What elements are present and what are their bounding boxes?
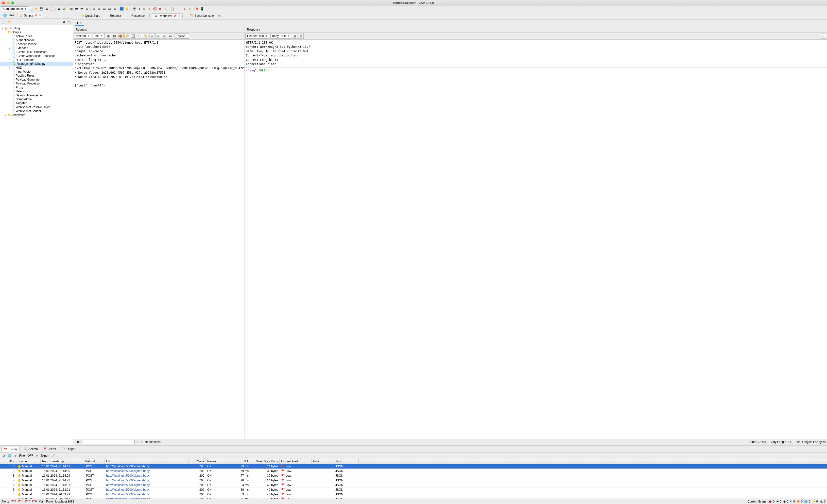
tree-item[interactable]: 📄 WebSocket Sender [0, 109, 73, 113]
add-request-button[interactable]: ＋ [85, 21, 89, 26]
help-button[interactable]: ? [821, 33, 826, 39]
expand-icon[interactable]: ▸ [8, 66, 11, 69]
tree-root[interactable]: ▾ 📜 Scripting [0, 27, 73, 30]
layout-3-icon[interactable]: ▤ [80, 7, 84, 11]
method-dropdown[interactable]: Method▼ [74, 33, 91, 39]
scan-count[interactable]: 🔌 0 [819, 500, 826, 503]
options-icon[interactable]: 🔧 [67, 20, 71, 24]
tree-item[interactable]: 📄 Selenium [0, 89, 73, 93]
break-step-icon[interactable]: ▶ [142, 7, 147, 11]
panel-2-icon[interactable]: ▭ [97, 7, 101, 11]
forced-browse-icon[interactable]: 🔨 [163, 7, 167, 11]
browser-firefox-icon[interactable]: 🦊 [195, 7, 199, 11]
tree-item[interactable]: ▸ 📄 HUD [0, 66, 73, 70]
proxy-status[interactable]: Main Proxy: localhost:8082 [39, 500, 74, 503]
layout-tabs-icon[interactable]: ▭ [85, 7, 89, 11]
close-icon[interactable]: ✕ [80, 21, 82, 24]
table-row[interactable]: 6 ✋ Manual 16.01.2024, 21:13:31 POST htt… [0, 483, 827, 488]
panel-1-icon[interactable]: ▭ [92, 7, 96, 11]
add-tab-button[interactable]: ＋ [217, 13, 221, 18]
tab-requester[interactable]: 🗂 Requester 📌 ✕ [152, 13, 183, 19]
browser-select-icon[interactable]: 📱 [200, 7, 204, 11]
tree-templates[interactable]: ▸ 📁 Templates [0, 113, 73, 117]
request-tab-1[interactable]: 1 ✕ [75, 20, 84, 26]
layout-1-icon[interactable]: ▥ [69, 7, 74, 11]
table-row[interactable]: 4 ✋ Manual 16.01.2024, 20:53:29 POST htt… [0, 492, 827, 497]
layout-side-button[interactable]: ▭ [149, 33, 155, 39]
response-body-dropdown[interactable]: Body: Text▼ [270, 33, 291, 39]
break-bin-icon[interactable]: ✖ [158, 7, 162, 11]
csrf-button[interactable]: 🔄 [131, 33, 136, 39]
response-header-dropdown[interactable]: Header: Text▼ [245, 33, 269, 39]
expand-icon[interactable]: ▸ [4, 114, 7, 116]
find-prev-icon[interactable]: ▲ [136, 440, 139, 444]
break-continue-icon[interactable]: ▶ [148, 7, 152, 11]
titlebar[interactable]: Untitled Session - ZAP 2.14.0 [0, 0, 827, 6]
tree-item[interactable]: 📄 Fuzzer WebSocket Processor [0, 54, 73, 58]
find-next-icon[interactable]: ▼ [140, 440, 143, 444]
tree-item[interactable]: 📄 Input Vector [0, 70, 73, 74]
tab-output[interactable]: 📝Output [60, 447, 78, 452]
tree-item[interactable]: 📄 Targeted [0, 101, 73, 105]
tab-scriptconsole[interactable]: 📜 Script Console [188, 13, 216, 18]
alert-info-count[interactable]: 🚩0 [32, 500, 37, 503]
th-code[interactable]: Code [189, 459, 206, 464]
th-reason[interactable]: Reason [206, 459, 230, 464]
tree-file-selected[interactable]: 🐍 RsaSigningForZap.py [0, 62, 73, 66]
layout-2-icon[interactable]: ▦ [75, 7, 79, 11]
maximize-window-button[interactable] [11, 1, 14, 4]
th-id[interactable]: ID ▾ [0, 459, 16, 464]
tree-item[interactable]: 📄 Encode/Decode [0, 42, 73, 46]
pin-icon[interactable]: 📌 [173, 14, 177, 18]
tree-item[interactable]: 📄 WebSocket Passive Rules [0, 105, 73, 109]
layout-full-button[interactable]: ▭ [168, 33, 173, 39]
alert-low-count[interactable]: 🚩2 [25, 500, 30, 503]
addons-icon[interactable]: 🧩 [62, 7, 66, 11]
panel-5-icon[interactable]: ▭ [113, 7, 117, 11]
record-off-icon[interactable]: ● [183, 7, 187, 11]
panel-3-icon[interactable]: ▭ [102, 7, 107, 11]
collapse-icon[interactable]: ▾ [1, 27, 4, 30]
brush-icon[interactable]: 🧹 [51, 454, 55, 458]
scan-count[interactable]: 🕷 0 [783, 500, 788, 503]
tab-response[interactable]: ← Response [125, 13, 147, 18]
th-note[interactable]: Note [312, 459, 334, 464]
collapse-icon[interactable]: ▾ [4, 31, 7, 34]
tree-item[interactable]: ▾ 📄 HTTP Sender [0, 58, 73, 62]
scripts-tree[interactable]: ▾ 📜 Scripting ▾ 📁 Scripts 📄 Active Rules… [0, 26, 73, 445]
table-row[interactable]: 7 ✋ Manual 16.01.2024, 21:14:23 POST htt… [0, 478, 827, 483]
tab-alerts[interactable]: 🚩Alerts [42, 447, 58, 452]
table-row[interactable]: 3 ✋ Manual 16.01.2024, 20:52:44 POST htt… [0, 497, 827, 499]
th-tags[interactable]: Tags [334, 459, 358, 464]
gear-icon[interactable]: ⚙ [62, 20, 66, 24]
table-header[interactable]: ID ▾ Source Req. Timestamp Method URL Co… [0, 459, 827, 464]
panel-4-icon[interactable]: ▭ [107, 7, 112, 11]
tree-scripts[interactable]: ▾ 📁 Scripts [0, 30, 73, 34]
tree-item[interactable]: 📄 Session Management [0, 93, 73, 97]
th-source[interactable]: Source [16, 459, 41, 464]
terminal-icon[interactable]: ▪ [176, 7, 180, 11]
tab-quickstart[interactable]: ⚡ Quick Start [78, 13, 102, 18]
split-vertical-button[interactable]: ▤ [112, 33, 117, 39]
stop-icon[interactable]: ⊘ [1, 454, 6, 458]
layout-tabs-button[interactable]: ▭ [162, 33, 167, 39]
record-on-icon[interactable]: ● [188, 7, 192, 11]
th-rtt[interactable]: RTT [230, 459, 250, 464]
new-session-icon[interactable]: 📄 [29, 7, 34, 11]
scan-count[interactable]: 👁 0 [776, 500, 781, 503]
export-icon[interactable]: ↱ [35, 454, 39, 458]
tree-item[interactable]: 📄 Fuzzer HTTP Processor [0, 50, 73, 54]
scan-count[interactable]: 🔥 0 [796, 500, 802, 503]
tab-search[interactable]: 🔍Search [22, 447, 40, 452]
lightbulb-icon[interactable]: 💡 [125, 7, 129, 11]
table-row[interactable]: 10 ✋ Manual 16.01.2024, 21:14:43 POST ht… [0, 464, 827, 469]
response-header-view[interactable]: HTTP/1.1 200 OK Server: Werkzeug/3.0.1 P… [244, 40, 827, 67]
save-session-icon[interactable]: 💾 [39, 7, 44, 11]
tree-item[interactable]: 📄 Proxy [0, 86, 73, 89]
globe-icon[interactable]: 🌐 [7, 454, 12, 458]
break-record-icon[interactable]: ● [137, 7, 142, 11]
tree-item[interactable]: 📄 Payload Processor [0, 82, 73, 86]
th-method[interactable]: Method [75, 459, 105, 464]
request-editor[interactable]: POST http://localhost:5000/signed-body H… [73, 40, 244, 439]
send-button[interactable]: Send [174, 34, 189, 39]
